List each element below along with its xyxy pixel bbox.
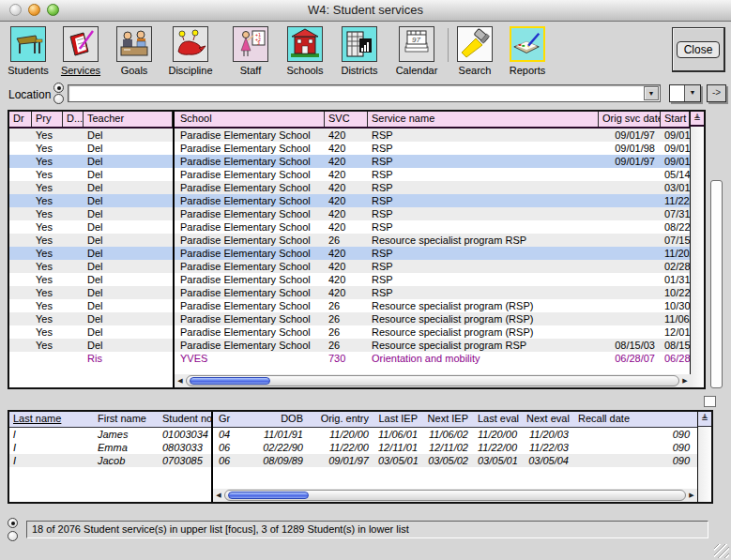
- service-row[interactable]: YesDelParadise Elementary School420RSP01…: [9, 273, 704, 286]
- frozen-pane-divider[interactable]: [173, 112, 175, 387]
- scroll-left-icon[interactable]: ◀: [175, 374, 186, 387]
- cell-dob: 11/01/91: [241, 428, 309, 441]
- column-header-student_no[interactable]: Student no.: [159, 412, 211, 427]
- quick-select-combo[interactable]: ▼: [669, 84, 701, 102]
- upper-hscroll-thumb[interactable]: [190, 377, 270, 385]
- status-radio-top[interactable]: [8, 518, 18, 528]
- upper-horizontal-scrollbar[interactable]: ◀ ▶: [175, 374, 691, 387]
- column-header-next_eval[interactable]: Next eval: [523, 412, 574, 427]
- cell-school: Paradise Elementary School: [176, 207, 325, 220]
- service-row[interactable]: YesDelParadise Elementary School420RSP02…: [9, 260, 704, 273]
- sort-icon[interactable]: ≜: [698, 412, 711, 427]
- resize-grip[interactable]: [714, 544, 729, 558]
- column-header-first_name[interactable]: First name: [94, 412, 159, 427]
- service-row[interactable]: YesDelParadise Elementary School420RSP09…: [9, 155, 704, 168]
- cell-service_name: RSP: [368, 181, 599, 194]
- upper-hscroll-track[interactable]: [186, 375, 679, 386]
- status-radio-bottom[interactable]: [8, 531, 18, 541]
- column-header-code[interactable]: [631, 412, 695, 427]
- service-row[interactable]: YesDelParadise Elementary School26Resour…: [9, 299, 704, 312]
- column-header-svc[interactable]: SVC: [325, 112, 368, 127]
- service-row[interactable]: YesDelParadise Elementary School420RSP08…: [9, 220, 704, 234]
- cell-gr: 06: [215, 441, 241, 454]
- location-radio-bottom[interactable]: [53, 94, 64, 104]
- lower-hscroll-track[interactable]: [224, 490, 686, 501]
- column-header-last_name[interactable]: Last name: [9, 412, 94, 427]
- location-dropdown-icon[interactable]: ▼: [644, 86, 659, 100]
- student-row[interactable]: IEmma08030330602/22/9011/22/0012/11/0112…: [9, 441, 711, 454]
- scroll-right-icon[interactable]: ▶: [679, 374, 691, 387]
- service-row[interactable]: YesDelParadise Elementary School420RSP11…: [9, 247, 704, 260]
- location-input[interactable]: ▼: [68, 84, 661, 102]
- cell-code: 090: [631, 454, 695, 467]
- column-header-service_name[interactable]: Service name: [368, 112, 599, 127]
- service-row[interactable]: YesDelParadise Elementary School420RSP07…: [9, 207, 704, 220]
- cell-start_date: 09/01/98: [661, 142, 690, 155]
- service-row[interactable]: YesDelParadise Elementary School420RSP10…: [9, 286, 704, 299]
- sort-icon[interactable]: ≜: [691, 112, 704, 127]
- quick-select-dropdown-icon[interactable]: ▼: [684, 85, 700, 101]
- scroll-left-icon[interactable]: ◀: [213, 489, 224, 502]
- column-header-teacher[interactable]: Teacher: [84, 112, 173, 127]
- close-button[interactable]: Close: [672, 27, 725, 72]
- scroll-right-icon[interactable]: ▶: [686, 489, 697, 502]
- minimize-window-light[interactable]: [28, 4, 40, 16]
- upper-vscroll-track[interactable]: [691, 127, 704, 387]
- service-row[interactable]: YesDelParadise Elementary School26Resour…: [9, 312, 704, 325]
- column-header-orig_svc_date[interactable]: Orig svc date: [599, 112, 661, 127]
- cell-pry: Yes: [32, 168, 63, 181]
- service-row[interactable]: YesDelParadise Elementary School420RSP11…: [9, 194, 704, 207]
- student-row[interactable]: IJacob07030850608/09/8909/01/9703/05/010…: [9, 454, 711, 467]
- cell-pry: Yes: [32, 220, 63, 234]
- close-window-light[interactable]: [9, 4, 22, 16]
- service-row[interactable]: RisYVES730Orientation and mobility06/28/…: [9, 352, 704, 365]
- column-header-next_iep[interactable]: Next IEP: [423, 412, 474, 427]
- cell-start_date: 07/31/00: [661, 207, 690, 220]
- cell-d: [63, 273, 84, 286]
- column-header-dr[interactable]: Dr: [9, 112, 32, 127]
- column-header-last_iep[interactable]: Last IEP: [374, 412, 423, 427]
- service-row[interactable]: YesDelParadise Elementary School420RSP09…: [9, 129, 704, 142]
- upper-vertical-scrollbar[interactable]: ≜: [690, 112, 704, 387]
- cell-dr: [9, 207, 32, 220]
- toolbar-item-reports[interactable]: Reports: [510, 26, 547, 76]
- service-row[interactable]: YesDelParadise Elementary School420RSP03…: [9, 181, 704, 194]
- column-header-orig_entry[interactable]: Orig. entry: [309, 412, 374, 427]
- go-button[interactable]: ->: [707, 84, 726, 102]
- service-row[interactable]: YesDelParadise Elementary School26Resour…: [9, 234, 704, 247]
- discipline-icon: [173, 26, 208, 62]
- cell-dr: [9, 220, 32, 234]
- location-radio-top[interactable]: [53, 83, 64, 93]
- column-header-last_eval[interactable]: Last eval: [474, 412, 523, 427]
- column-header-school[interactable]: School: [176, 112, 325, 127]
- service-row[interactable]: YesDelParadise Elementary School26Resour…: [9, 339, 704, 352]
- cell-school: Paradise Elementary School: [176, 234, 325, 247]
- student-row[interactable]: lJames010030340411/01/9111/20/0011/06/01…: [9, 428, 711, 441]
- cell-service_name: RSP: [368, 273, 599, 286]
- cell-teacher: Ris: [84, 352, 173, 365]
- cell-svc: 420: [325, 129, 368, 142]
- service-row[interactable]: YesDelParadise Elementary School420RSP05…: [9, 168, 704, 181]
- column-header-start_date[interactable]: Start date: [661, 112, 690, 127]
- service-row[interactable]: YesDelParadise Elementary School420RSP09…: [9, 142, 704, 155]
- column-header-pry[interactable]: Pry: [32, 112, 63, 127]
- window-vertical-scrollbar[interactable]: [710, 180, 723, 388]
- column-header-recall_date[interactable]: Recall date: [574, 412, 631, 427]
- cell-pry: Yes: [32, 234, 63, 247]
- cell-dr: [9, 168, 32, 181]
- lower-horizontal-scrollbar[interactable]: ◀ ▶: [213, 489, 697, 502]
- service-row[interactable]: YesDelParadise Elementary School26Resour…: [9, 325, 704, 339]
- cell-pry: Yes: [32, 312, 63, 325]
- cell-start_date: 08/15/03: [661, 339, 690, 352]
- column-header-gr[interactable]: Gr: [215, 412, 241, 427]
- zoom-window-light[interactable]: [47, 4, 59, 16]
- cell-svc: 420: [325, 273, 368, 286]
- lower-vertical-scrollbar[interactable]: ≜: [697, 412, 711, 502]
- column-header-d[interactable]: D...: [63, 112, 84, 127]
- cell-teacher: Del: [84, 247, 173, 260]
- lower-hscroll-thumb[interactable]: [228, 492, 309, 499]
- cell-dr: [9, 339, 32, 352]
- services-icon: [63, 26, 99, 62]
- column-header-dob[interactable]: DOB: [241, 412, 309, 427]
- lower-vscroll-track[interactable]: [698, 427, 711, 502]
